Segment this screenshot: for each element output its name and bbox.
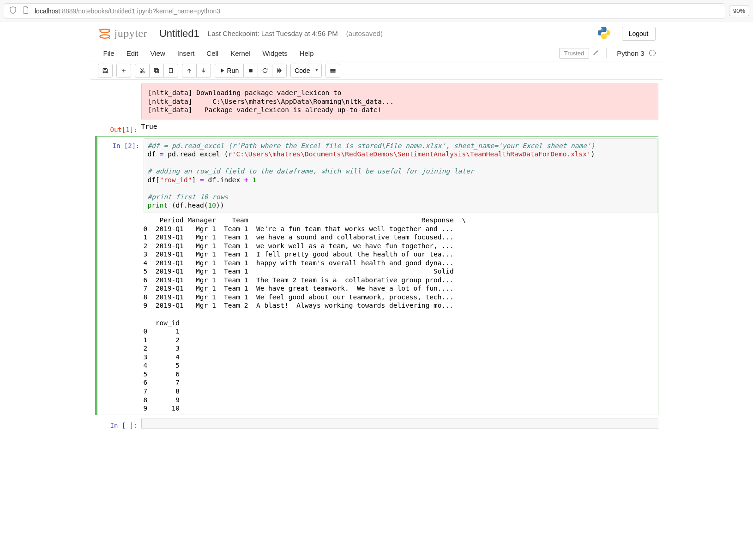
notebook-title[interactable]: Untitled1 (159, 28, 199, 40)
url-host: localhost (35, 7, 60, 15)
menu-cell[interactable]: Cell (201, 47, 224, 60)
svg-rect-8 (104, 68, 106, 70)
svg-rect-12 (154, 68, 157, 71)
svg-point-5 (601, 28, 602, 29)
command-palette-button[interactable] (325, 64, 340, 77)
stdout-output: Period Manager Team Response \ 0 2019-Q1… (144, 216, 658, 413)
out-value: True (141, 122, 658, 131)
menu-file[interactable]: File (98, 47, 120, 60)
toolbar: Run Code (90, 61, 663, 80)
move-down-button[interactable] (196, 64, 211, 77)
svg-rect-18 (331, 71, 336, 72)
trusted-badge[interactable]: Trusted (559, 48, 590, 59)
url-input[interactable]: localhost:8889/notebooks/Untitled1.ipynb… (4, 3, 725, 19)
kernel-status-icon (649, 50, 656, 56)
divider (606, 48, 607, 58)
menu-view[interactable]: View (145, 47, 171, 60)
restart-button[interactable] (258, 64, 272, 77)
svg-point-0 (100, 29, 109, 33)
code-editor-empty[interactable] (141, 418, 658, 429)
svg-point-3 (109, 29, 110, 30)
svg-rect-11 (155, 69, 158, 72)
stop-button[interactable] (243, 64, 258, 77)
kernel-name[interactable]: Python 3 (617, 49, 644, 57)
save-button[interactable] (98, 64, 113, 77)
browser-url-bar: localhost:8889/notebooks/Untitled1.ipynb… (0, 0, 753, 22)
logout-button[interactable]: Logout (622, 27, 656, 41)
python-icon (597, 26, 611, 41)
menu-kernel[interactable]: Kernel (225, 47, 256, 60)
svg-point-4 (108, 38, 110, 39)
logo-text: jupyter (114, 27, 147, 40)
menu-bar: File Edit View Insert Cell Kernel Widget… (90, 45, 663, 61)
in-prompt: In [2]: (97, 138, 144, 413)
pencil-icon[interactable] (590, 49, 602, 57)
svg-rect-7 (104, 71, 107, 73)
url-path: :8889/notebooks/Untitled1.ipynb?kernel_n… (60, 7, 220, 15)
run-label: Run (227, 67, 239, 74)
jupyter-logo[interactable]: jupyter (98, 27, 147, 41)
menu-insert[interactable]: Insert (172, 47, 200, 60)
menu-help[interactable]: Help (294, 47, 319, 60)
menu-widgets[interactable]: Widgets (257, 47, 293, 60)
svg-rect-17 (331, 70, 336, 71)
zoom-level[interactable]: 90% (729, 6, 749, 16)
svg-rect-14 (170, 68, 172, 69)
in-prompt-empty: In [ ]: (95, 418, 141, 429)
svg-point-6 (605, 37, 606, 38)
svg-rect-16 (331, 69, 336, 70)
code-cell-2[interactable]: In [2]: #df = pd.read_excel (r'Path wher… (95, 136, 658, 415)
run-button[interactable]: Run (215, 64, 244, 77)
out-prompt: Out[1]: (95, 122, 141, 133)
copy-button[interactable] (149, 64, 164, 77)
notebook-area: [nltk_data] Downloading package vader_le… (90, 80, 663, 449)
cell-type-select[interactable]: Code (290, 64, 322, 77)
checkpoint-label: Last Checkpoint: Last Tuesday at 4:56 PM (208, 30, 338, 37)
autosave-label: (autosaved) (346, 30, 383, 37)
shield-icon (9, 6, 17, 16)
restart-run-all-button[interactable] (272, 64, 287, 77)
notebook-header: jupyter Untitled1 Last Checkpoint: Last … (90, 22, 663, 45)
code-editor[interactable]: #df = pd.read_excel (r'Path where the Ex… (144, 138, 658, 213)
output-cell-1: Out[1]: True (95, 122, 658, 133)
page-icon (22, 6, 30, 16)
svg-rect-15 (249, 69, 253, 72)
svg-point-2 (99, 29, 101, 30)
paste-button[interactable] (163, 64, 178, 77)
stderr-output: [nltk_data] Downloading package vader_le… (141, 83, 658, 119)
add-cell-button[interactable] (116, 64, 131, 77)
move-up-button[interactable] (182, 64, 197, 77)
code-cell-empty[interactable]: In [ ]: (95, 418, 658, 429)
menu-edit[interactable]: Edit (121, 47, 144, 60)
cut-button[interactable] (135, 64, 150, 77)
svg-point-1 (100, 35, 109, 38)
